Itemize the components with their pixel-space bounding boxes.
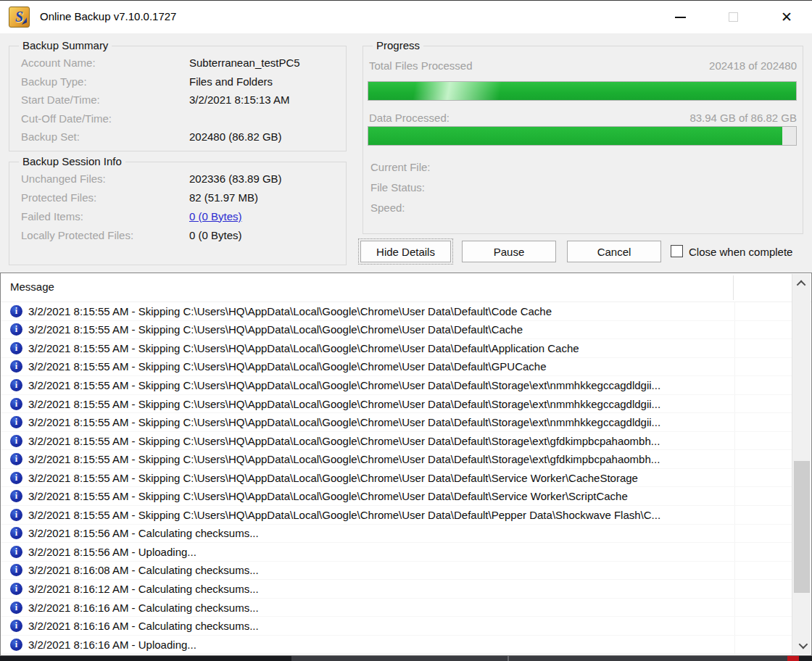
unchanged-files-label: Unchanged Files: [21, 172, 189, 185]
info-icon: i [10, 305, 22, 317]
taskbar-corner [799, 656, 812, 661]
scrollbar-thumb[interactable] [794, 461, 810, 593]
log-message: 3/2/2021 8:16:12 AM - Calculating checks… [28, 583, 259, 595]
locally-protected-files-label: Locally Protected Files: [21, 229, 189, 241]
log-row[interactable]: i 3/2/2021 8:15:56 AM - Uploading... [1, 543, 792, 562]
start-datetime-label: Start Date/Time: [21, 93, 189, 106]
log-row[interactable]: i 3/2/2021 8:16:12 AM - Calculating chec… [1, 580, 792, 599]
log-message: 3/2/2021 8:16:16 AM - Calculating checks… [28, 602, 259, 614]
hide-details-focus-ring: Hide Details [358, 238, 453, 265]
total-files-processed-count: 202418 of 202480 [709, 59, 797, 72]
backup-set-value: 202480 (86.82 GB) [189, 130, 282, 143]
log-row[interactable]: i 3/2/2021 8:15:55 AM - Skipping C:\User… [1, 376, 792, 395]
log-row[interactable]: i 3/2/2021 8:15:55 AM - Skipping C:\User… [1, 487, 792, 506]
protected-files-label: Protected Files: [21, 191, 189, 204]
info-icon: i [10, 546, 22, 558]
speed-label: Speed: [370, 201, 405, 214]
close-when-complete-checkbox[interactable] [671, 245, 683, 257]
taskbar-red-indicator [787, 656, 799, 661]
log-message: 3/2/2021 8:15:55 AM - Skipping C:\Users\… [28, 472, 638, 484]
taskbar-divider [508, 656, 509, 661]
log-message: 3/2/2021 8:15:55 AM - Skipping C:\Users\… [28, 490, 628, 502]
info-icon: i [10, 360, 22, 373]
hide-details-button[interactable]: Hide Details [360, 241, 451, 262]
log-message: 3/2/2021 8:15:55 AM - Skipping C:\Users\… [28, 435, 660, 447]
backup-summary-title: Backup Summary [19, 39, 112, 51]
log-row[interactable]: i 3/2/2021 8:15:55 AM - Skipping C:\User… [1, 413, 792, 432]
info-icon: i [10, 602, 22, 614]
backup-summary-group: Backup Summary Account Name: Subterranea… [9, 46, 347, 151]
maximize-button [716, 1, 750, 33]
info-icon: i [10, 472, 22, 484]
log-message: 3/2/2021 8:15:56 AM - Calculating checks… [28, 527, 259, 539]
info-icon: i [10, 398, 22, 410]
log-message: 3/2/2021 8:16:08 AM - Calculating checks… [28, 564, 259, 576]
log-message: 3/2/2021 8:15:56 AM - Uploading... [28, 546, 196, 558]
data-processed-label: Data Processed: [369, 112, 450, 124]
log-row[interactable]: i 3/2/2021 8:15:55 AM - Skipping C:\User… [1, 339, 792, 358]
account-name-value: Subterranean_testPC5 [189, 57, 300, 69]
log-row[interactable]: i 3/2/2021 8:16:08 AM - Calculating chec… [1, 562, 792, 581]
info-icon: i [10, 453, 22, 465]
info-icon: i [10, 490, 22, 502]
scroll-down-icon [798, 639, 808, 649]
scroll-down-button[interactable] [792, 636, 811, 654]
log-row[interactable]: i 3/2/2021 8:16:16 AM - Uploading... [1, 636, 792, 654]
log-row[interactable]: i 3/2/2021 8:15:55 AM - Skipping C:\User… [1, 321, 792, 340]
titlebar: S Online Backup v7.10.0.1727 ✕ [0, 1, 812, 33]
start-datetime-value: 3/2/2021 8:15:13 AM [189, 93, 289, 106]
log-row[interactable]: i 3/2/2021 8:15:55 AM - Skipping C:\User… [1, 395, 792, 414]
log-row[interactable]: i 3/2/2021 8:15:56 AM - Calculating chec… [1, 525, 792, 544]
log-row[interactable]: i [1, 654, 792, 655]
pause-button[interactable]: Pause [462, 241, 556, 262]
info-icon: i [10, 379, 22, 391]
log-row[interactable]: i 3/2/2021 8:15:55 AM - Skipping C:\User… [1, 469, 792, 488]
log-row[interactable]: i 3/2/2021 8:16:16 AM - Calculating chec… [1, 617, 792, 636]
log-message: 3/2/2021 8:15:55 AM - Skipping C:\Users\… [28, 398, 660, 410]
backup-type-value: Files and Folders [189, 75, 273, 88]
minimize-button[interactable] [663, 1, 697, 33]
log-row[interactable]: i 3/2/2021 8:15:55 AM - Skipping C:\User… [1, 506, 792, 525]
info-icon: i [10, 527, 22, 539]
log-message: 3/2/2021 8:15:55 AM - Skipping C:\Users\… [28, 509, 660, 521]
minimize-icon [675, 17, 686, 18]
scroll-up-icon [796, 280, 805, 289]
cutoff-datetime-label: Cut-Off Date/Time: [21, 112, 189, 125]
info-icon: i [10, 323, 22, 336]
progress-title: Progress [373, 39, 423, 51]
cancel-button[interactable]: Cancel [567, 241, 661, 262]
message-column-title: Message [10, 280, 54, 293]
info-icon: i [10, 564, 22, 576]
close-icon: ✕ [781, 10, 792, 24]
log-row[interactable]: i 3/2/2021 8:15:55 AM - Skipping C:\User… [1, 432, 792, 451]
backup-session-info-group: Backup Session Info Unchanged Files: 202… [9, 162, 347, 265]
info-icon: i [10, 639, 22, 651]
failed-items-link[interactable]: 0 (0 Bytes) [189, 210, 242, 223]
total-files-processed-label: Total Files Processed [369, 59, 473, 72]
info-icon: i [10, 620, 22, 632]
vertical-scrollbar[interactable] [792, 274, 811, 654]
account-name-label: Account Name: [21, 57, 189, 69]
failed-items-label: Failed Items: [21, 210, 189, 223]
log-row[interactable]: i 3/2/2021 8:15:55 AM - Skipping C:\User… [1, 358, 792, 377]
log-row[interactable]: i 3/2/2021 8:15:55 AM - Skipping C:\User… [1, 450, 792, 469]
protected-files-value: 82 (51.97 MB) [189, 191, 258, 204]
info-icon: i [10, 342, 22, 354]
message-column-header[interactable]: Message [1, 273, 811, 302]
log-row[interactable]: i 3/2/2021 8:15:55 AM - Skipping C:\User… [1, 302, 792, 321]
backup-set-label: Backup Set: [21, 130, 189, 143]
log-message: 3/2/2021 8:15:55 AM - Skipping C:\Users\… [28, 379, 660, 391]
window-title: Online Backup v7.10.0.1727 [40, 10, 176, 22]
info-icon: i [10, 509, 22, 521]
locally-protected-files-value: 0 (0 Bytes) [189, 229, 242, 241]
log-message: 3/2/2021 8:15:55 AM - Skipping C:\Users\… [28, 453, 660, 465]
close-button[interactable]: ✕ [770, 1, 803, 33]
info-icon: i [10, 416, 22, 428]
close-when-complete-label: Close when complete [689, 246, 792, 258]
taskbar-segment [0, 656, 291, 661]
current-file-label: Current File: [370, 161, 431, 173]
log-message: 3/2/2021 8:15:55 AM - Skipping C:\Users\… [28, 342, 579, 354]
scroll-up-button[interactable] [792, 274, 811, 293]
log-row[interactable]: i 3/2/2021 8:16:16 AM - Calculating chec… [1, 599, 792, 618]
files-progress-fill [368, 82, 796, 100]
